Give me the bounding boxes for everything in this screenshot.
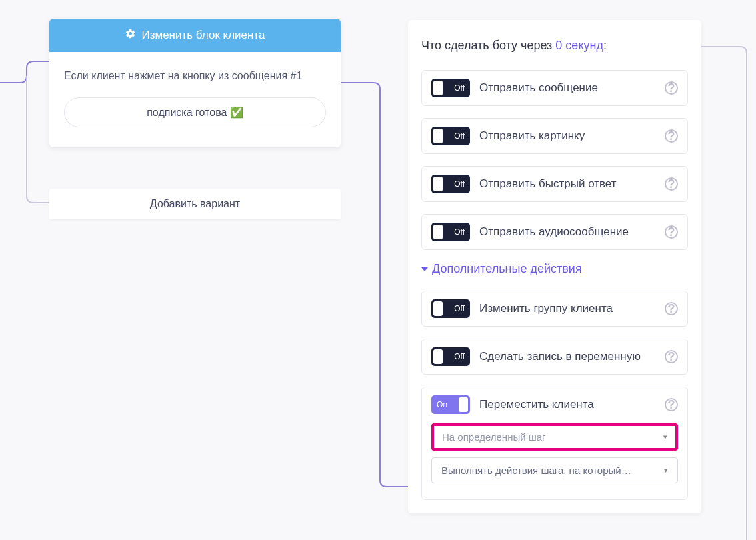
panel-title: Что сделать боту через 0 секунд: (421, 37, 688, 54)
add-variant-button[interactable]: Добавить вариант (49, 189, 341, 219)
toggle-send-image[interactable]: Off (431, 127, 470, 145)
action-label: Переместить клиента (479, 398, 655, 411)
action-label: Отправить сообщение (479, 81, 655, 95)
client-block-body: Если клиент нажмет на кнопку из сообщени… (49, 52, 341, 147)
action-change-group: Off Изменить группу клиента ? (421, 291, 688, 327)
caret-down-icon: ▾ (664, 466, 668, 475)
toggle-send-quick-reply[interactable]: Off (431, 175, 470, 193)
client-block-header[interactable]: Изменить блок клиента (49, 19, 341, 52)
action-send-message: Off Отправить сообщение ? (421, 70, 688, 106)
toggle-send-audio[interactable]: Off (431, 223, 470, 241)
help-icon[interactable]: ? (665, 302, 678, 315)
actions-panel: Что сделать боту через 0 секунд: Off Отп… (408, 20, 701, 513)
help-icon[interactable]: ? (665, 398, 678, 411)
chevron-down-icon (421, 267, 428, 271)
action-label: Сделать запись в переменную (479, 350, 655, 363)
client-block: Изменить блок клиента Если клиент нажмет… (49, 19, 341, 147)
caret-down-icon: ▾ (663, 433, 667, 441)
help-icon[interactable]: ? (665, 225, 678, 239)
step-select-value: На определенный шаг (442, 431, 546, 443)
option-pill[interactable]: подписка готова ✅ (64, 97, 326, 127)
extra-actions-label: Дополнительные действия (432, 262, 582, 276)
help-icon[interactable]: ? (665, 81, 678, 95)
toggle-change-group[interactable]: Off (431, 299, 470, 318)
add-variant-label: Добавить вариант (150, 198, 240, 209)
gear-icon (125, 28, 136, 43)
client-block-title: Изменить блок клиента (141, 29, 265, 42)
option-label: подписка готова ✅ (147, 107, 243, 118)
action-move-client: On Переместить клиента ? На определенный… (421, 387, 688, 500)
help-icon[interactable]: ? (665, 350, 678, 363)
toggle-set-variable[interactable]: Off (431, 347, 470, 366)
execute-select[interactable]: Выполнять действия шага, на который… ▾ (431, 457, 678, 483)
toggle-move-client[interactable]: On (431, 395, 470, 414)
step-select[interactable]: На определенный шаг ▾ (431, 423, 678, 451)
action-label: Отправить быстрый ответ (479, 177, 655, 191)
extra-actions-toggle[interactable]: Дополнительные действия (421, 262, 688, 276)
help-icon[interactable]: ? (665, 177, 678, 191)
action-send-image: Off Отправить картинку ? (421, 118, 688, 154)
help-icon[interactable]: ? (665, 129, 678, 143)
action-label: Отправить картинку (479, 129, 655, 143)
action-send-quick-reply: Off Отправить быстрый ответ ? (421, 166, 688, 202)
action-label: Изменить группу клиента (479, 302, 655, 315)
execute-select-value: Выполнять действия шага, на который… (441, 465, 631, 476)
action-send-audio: Off Отправить аудиосообщение ? (421, 214, 688, 250)
condition-text: Если клиент нажмет на кнопку из сообщени… (64, 68, 326, 84)
toggle-send-message[interactable]: Off (431, 79, 470, 97)
action-set-variable: Off Сделать запись в переменную ? (421, 339, 688, 375)
delay-link[interactable]: 0 секунд (555, 39, 603, 52)
action-label: Отправить аудиосообщение (479, 225, 655, 239)
